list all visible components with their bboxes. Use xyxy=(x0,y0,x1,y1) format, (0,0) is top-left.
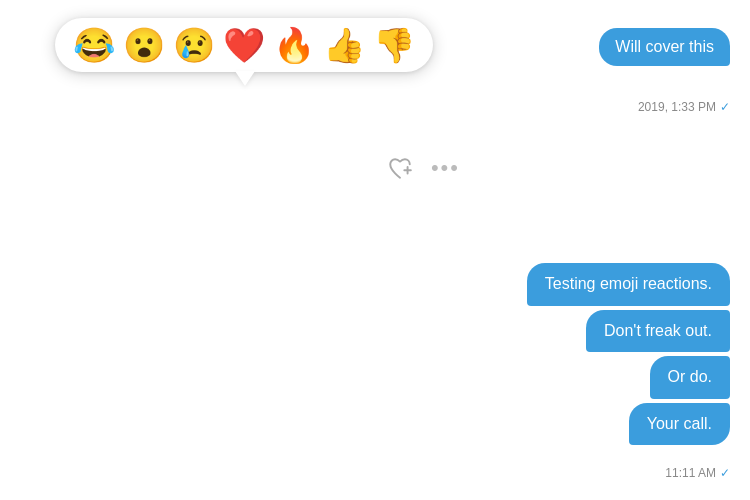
emoji-reaction-popup[interactable]: 😂 😮 😢 ❤️ 🔥 👍 👎 xyxy=(55,18,433,72)
emoji-thumbs-up[interactable]: 👍 xyxy=(323,28,365,62)
checkmark-bottom-icon: ✓ xyxy=(720,466,730,480)
emoji-heart[interactable]: ❤️ xyxy=(223,28,265,62)
emoji-shocked[interactable]: 😮 xyxy=(123,28,165,62)
emoji-thumbs-down[interactable]: 👎 xyxy=(373,28,415,62)
add-reaction-button[interactable] xyxy=(387,155,413,181)
message-bubble-1: Testing emoji reactions. xyxy=(527,263,730,305)
timestamp-bottom: 11:11 AM ✓ xyxy=(665,466,730,480)
checkmark-top-icon: ✓ xyxy=(720,100,730,114)
emoji-laughing-crying[interactable]: 😂 xyxy=(73,28,115,62)
message-bubble-4: Your call. xyxy=(629,403,730,445)
reaction-actions-bar: ••• xyxy=(387,155,460,181)
timestamp-top: 2019, 1:33 PM ✓ xyxy=(638,100,730,114)
more-options-button[interactable]: ••• xyxy=(431,155,460,181)
message-partial: Will cover this xyxy=(599,28,730,66)
emoji-fire[interactable]: 🔥 xyxy=(273,28,315,62)
heart-plus-icon xyxy=(387,155,413,181)
emoji-crying[interactable]: 😢 xyxy=(173,28,215,62)
message-bubble-2: Don't freak out. xyxy=(586,310,730,352)
message-bubble-group: Testing emoji reactions. Don't freak out… xyxy=(527,263,730,445)
message-bubble-3: Or do. xyxy=(650,356,730,398)
